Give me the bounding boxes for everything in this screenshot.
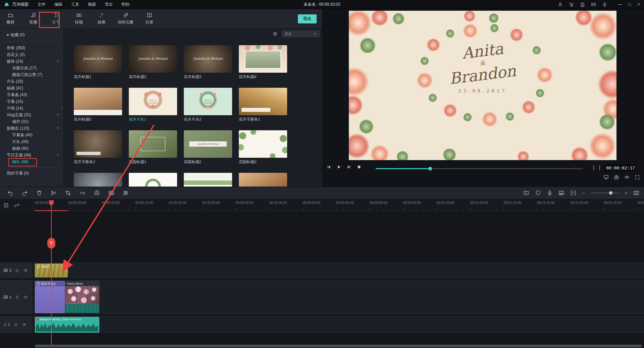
eye-icon[interactable] <box>23 268 28 273</box>
sidebar-item-new-concept[interactable]: ♥ 新概念 (120) ▾ <box>0 125 63 132</box>
library-thumbnail[interactable]: Jennifes & Michael <box>129 45 177 73</box>
sidebar-item-festival-theme[interactable]: ♥ 节日主题 (48) ▾ <box>0 152 63 158</box>
sidebar-item-channel-like[interactable]: ♥ 频道订阅点赞 (7) ▾ <box>0 71 63 78</box>
playhead[interactable] <box>51 201 52 345</box>
search-input[interactable] <box>284 32 312 36</box>
menu-item[interactable]: 工具 <box>71 2 79 7</box>
scrollbar-thumb[interactable] <box>35 345 642 347</box>
snapshot-frame-icon[interactable] <box>108 190 114 196</box>
library-thumbnail[interactable] <box>74 88 122 115</box>
tab-text[interactable]: 文字 <box>49 12 63 25</box>
library-thumbnail[interactable]: Anita & Brandon <box>184 88 232 115</box>
sidebar-item-subtitle[interactable]: ♥ 字幕 (15) ▾ <box>0 98 63 105</box>
zoom-in-button[interactable]: + <box>625 191 628 195</box>
library-thumbnail[interactable] <box>184 173 232 187</box>
tab-media[interactable]: 素材 <box>3 12 17 25</box>
library-thumbnail[interactable] <box>129 173 177 187</box>
library-thumbnail[interactable] <box>239 173 287 187</box>
sidebar-item-media[interactable]: ♥ 媒体 (24) ▾ <box>0 58 63 65</box>
zoom-slider-handle[interactable] <box>609 191 612 195</box>
menu-item[interactable]: 视图 <box>88 2 96 7</box>
clip-flower-intro[interactable]: T 花卉片头1 <box>35 281 65 313</box>
menu-item[interactable]: 编辑 <box>54 2 62 7</box>
library-item-flower-title-2[interactable]: Jennifes & Michael 花卉标题2 <box>129 45 177 79</box>
minimize-button[interactable]: — <box>618 0 622 9</box>
library-item-partial-3[interactable] <box>184 173 232 187</box>
library-item-garden-title-1[interactable]: 花园标题1 <box>129 130 177 164</box>
color-icon[interactable] <box>94 190 100 196</box>
library-item-garden-title-2[interactable]: Jennifes & Michael 花园标题2 <box>184 130 232 164</box>
tab-effects[interactable]: 效果 <box>95 12 109 25</box>
library-thumbnail[interactable] <box>74 173 122 187</box>
library-thumbnail[interactable]: Jennifes & Michael <box>74 45 122 73</box>
tab-split[interactable]: 分屏 <box>142 12 156 25</box>
library-item-flower-title-4[interactable]: 花卉标题4 <box>239 45 287 79</box>
zoom-out-button[interactable]: − <box>582 191 585 195</box>
mail-icon[interactable] <box>591 2 596 7</box>
previous-frame-button[interactable] <box>326 164 332 170</box>
crop-icon[interactable] <box>65 190 71 196</box>
sidebar-item-city[interactable]: ♥ 城市 (32) ▾ <box>0 118 63 125</box>
delete-icon[interactable] <box>36 190 42 196</box>
voiceover-icon[interactable] <box>547 190 553 196</box>
user-icon[interactable] <box>558 2 563 7</box>
library-thumbnail[interactable]: Anita & Brandon <box>129 88 177 115</box>
library-thumbnail[interactable]: Jennifes & Michael <box>184 130 232 158</box>
stop-button[interactable] <box>356 164 362 170</box>
speaker-icon[interactable] <box>22 322 26 327</box>
clip-music[interactable]: Always Dreaming - Save Tom-Fore <box>35 317 99 333</box>
sidebar-item-my-subtitle[interactable]: ♥ 我的字幕 (0) ▾ <box>0 170 63 177</box>
lock-icon[interactable] <box>15 268 19 273</box>
track-manager-icon[interactable] <box>570 190 576 196</box>
mixer-icon[interactable] <box>558 190 565 196</box>
library-item-flower-bar-1[interactable]: 花卉字幕条1 <box>239 88 287 122</box>
library-thumbnail[interactable] <box>74 130 122 158</box>
chevron-down-icon[interactable]: ▾ <box>57 113 59 116</box>
undo-icon[interactable] <box>7 190 13 196</box>
timeline-scrollbar[interactable] <box>33 345 644 347</box>
library-item-flower-title-1[interactable]: Jennifes & Michael 花卉标题1 <box>74 45 122 79</box>
mark-out-icon[interactable]: } <box>599 165 600 170</box>
library-thumbnail[interactable] <box>239 45 287 73</box>
speaker-icon[interactable] <box>624 175 630 180</box>
timeline-zoom-slider[interactable] <box>590 191 619 195</box>
library-item-partial-1[interactable] <box>74 173 122 187</box>
split-at-playhead-button[interactable] <box>47 238 55 249</box>
maximize-button[interactable]: □ <box>629 0 631 9</box>
fullscreen-icon[interactable] <box>635 175 640 180</box>
sidebar-item-nc-lower-third[interactable]: ♥ 字幕条 (40) ▾ <box>0 132 63 138</box>
tab-audio[interactable]: 音频 <box>26 12 40 25</box>
sidebar-item-nc-intro[interactable]: ♥ 片头 (40) ▾ <box>0 138 63 145</box>
sidebar-item-ink-style[interactable]: ♥ 水墨古风 (17) ▾ <box>0 65 63 71</box>
add-track-icon[interactable] <box>3 203 9 208</box>
seek-bar[interactable] <box>376 167 583 170</box>
seek-handle[interactable] <box>428 167 432 170</box>
close-button[interactable]: × <box>638 0 640 9</box>
redo-icon[interactable] <box>22 190 28 196</box>
lock-icon[interactable] <box>15 295 19 299</box>
scissors-icon[interactable] <box>51 190 57 196</box>
menu-item[interactable]: 导出 <box>105 2 113 7</box>
library-item-flower-title-3[interactable]: Jennifes & Michael 花卉标题3 <box>184 45 232 79</box>
tab-elements[interactable]: 动画元素 <box>117 12 133 25</box>
adjust-icon[interactable] <box>123 190 129 196</box>
sidebar-item-wedding[interactable]: ♥ 婚礼 (48) ▾ <box>0 158 63 165</box>
chevron-down-icon[interactable]: ▾ <box>57 126 59 130</box>
sidebar-item-lower-third[interactable]: ♥ 字幕条 (43) ▾ <box>0 91 63 98</box>
grid-view-icon[interactable] <box>273 31 277 36</box>
timeline-layout-icon[interactable] <box>633 190 639 196</box>
sidebar-item-intro[interactable]: ♥ 片头 (25) ▾ <box>0 78 63 85</box>
clip-cherry-blossom[interactable]: Cherry Bloss <box>65 281 100 313</box>
next-frame-button[interactable] <box>346 164 352 170</box>
menu-item[interactable]: 帮助 <box>121 2 129 7</box>
sidebar-item-vlog-theme[interactable]: ♥ Vlog主题 (32) ▾ <box>0 112 63 118</box>
library-thumbnail[interactable]: Jennifes & Michael <box>184 45 232 73</box>
mark-icon[interactable] <box>535 190 541 196</box>
eye-icon[interactable] <box>23 295 28 299</box>
chevron-down-icon[interactable]: ▾ <box>57 59 59 63</box>
library-thumbnail[interactable] <box>239 130 287 158</box>
link-icon[interactable] <box>14 203 19 208</box>
speed-icon[interactable] <box>79 190 86 196</box>
library-item-flower-title-5[interactable]: 花卉标题5 <box>74 88 122 122</box>
sidebar-item-all[interactable]: ♥ 所有 (363) ▾ <box>0 45 63 51</box>
